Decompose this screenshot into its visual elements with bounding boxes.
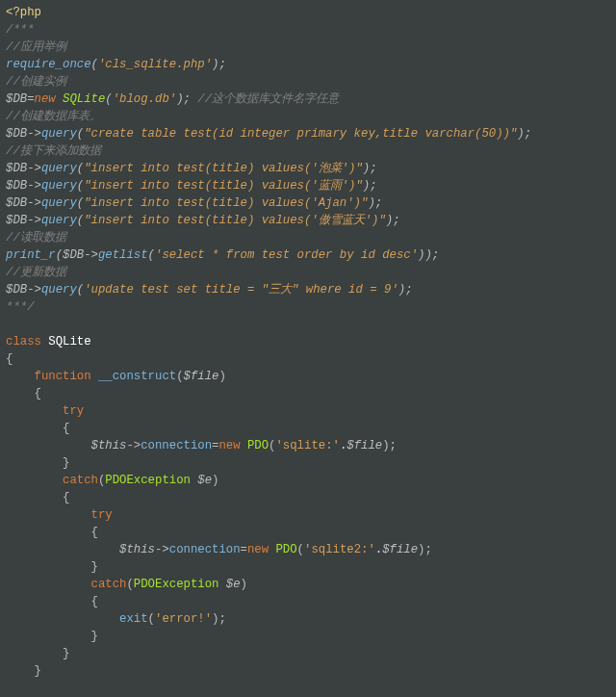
- var-this: $this: [91, 439, 127, 452]
- keyword-catch: catch: [91, 578, 127, 591]
- brace: {: [91, 595, 98, 608]
- keyword-try: try: [63, 404, 84, 418]
- brace: }: [63, 647, 69, 660]
- string: 'sqlite:': [275, 439, 339, 452]
- keyword-new: new: [247, 543, 269, 556]
- brace: }: [35, 664, 41, 678]
- comment-code: $DB->query("insert into test(title) valu…: [6, 162, 377, 175]
- keyword-try: try: [91, 508, 113, 522]
- keyword-catch: catch: [63, 474, 98, 487]
- comment-code: print_r($DB->getlist('select * from test…: [6, 248, 439, 262]
- comment: //创建数据库表。: [6, 110, 101, 123]
- comment: ***/: [6, 300, 35, 314]
- brace: }: [91, 560, 98, 574]
- brace: {: [6, 352, 13, 366]
- class-pdoexception: PDOException: [134, 578, 219, 591]
- keyword-class: class: [6, 335, 41, 348]
- class-name: SQLite: [48, 335, 90, 348]
- comment-code: $DB=new SQLite('blog.db'); //这个数据库文件名字任意: [6, 92, 339, 106]
- code-block: <?php /*** //应用举例 require_once('cls_sqli…: [0, 0, 616, 684]
- var-file: $file: [382, 543, 418, 556]
- var-file: $file: [346, 439, 382, 452]
- comment-code: require_once('cls_sqlite.php');: [6, 58, 226, 71]
- var-e: $e: [197, 474, 212, 487]
- comment: //应用举例: [6, 40, 66, 54]
- var-e: $e: [226, 578, 241, 591]
- brace: {: [91, 526, 98, 539]
- comment: //接下来添加数据: [6, 144, 101, 158]
- class-pdo: PDO: [247, 439, 269, 452]
- class-pdoexception: PDOException: [105, 474, 191, 487]
- comment: //创建实例: [6, 75, 66, 89]
- param: $file: [184, 370, 219, 383]
- comment-code: $DB->query('update test set title = "三大"…: [6, 283, 413, 297]
- keyword-new: new: [218, 439, 240, 452]
- brace: }: [63, 456, 69, 470]
- comment: /***: [6, 23, 35, 37]
- php-open-tag: <?php: [6, 6, 41, 19]
- class-pdo: PDO: [275, 543, 296, 556]
- property: connection: [141, 439, 212, 452]
- brace: }: [91, 630, 98, 643]
- function-name: __construct: [98, 370, 176, 383]
- function-exit: exit: [119, 612, 148, 626]
- comment-code: $DB->query("insert into test(title) valu…: [6, 214, 400, 227]
- comment-code: $DB->query("insert into test(title) valu…: [6, 179, 377, 193]
- var-this: $this: [119, 543, 155, 556]
- brace: {: [35, 387, 41, 400]
- string: 'sqlite2:': [304, 543, 375, 556]
- property: connection: [169, 543, 241, 556]
- comment-code: $DB->query("create table test(id integer…: [6, 127, 531, 141]
- keyword-function: function: [35, 370, 91, 383]
- comment-code: $DB->query("insert into test(title) valu…: [6, 196, 382, 210]
- brace: {: [63, 491, 69, 504]
- brace: {: [63, 422, 69, 435]
- comment: //读取数据: [6, 231, 66, 245]
- comment: //更新数据: [6, 266, 66, 279]
- string: 'error!': [155, 612, 212, 626]
